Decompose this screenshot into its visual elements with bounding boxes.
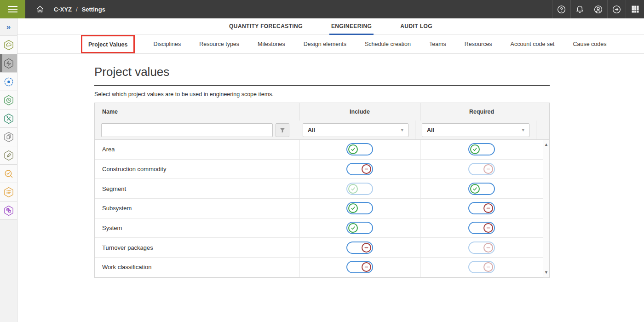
chevron-down-icon: ▾ (401, 127, 403, 133)
row-name: Segment (95, 179, 299, 198)
tab-quantity-forecasting[interactable]: QUANTITY FORECASTING (227, 18, 305, 35)
sidebar-item-schedule[interactable] (0, 91, 17, 109)
include-toggle[interactable] (346, 222, 373, 234)
help-icon (557, 5, 566, 14)
notifications-button[interactable] (570, 0, 589, 18)
left-sidebar: » (0, 18, 17, 322)
include-toggle[interactable] (346, 261, 373, 273)
sidebar-item-tools[interactable] (0, 109, 17, 128)
sidebar-expand-button[interactable]: » (0, 18, 17, 36)
home-button[interactable] (31, 0, 49, 18)
topbar-actions (552, 0, 644, 18)
required-filter-value: All (427, 127, 434, 133)
sidebar-item-design[interactable] (0, 146, 17, 165)
include-toggle[interactable] (346, 242, 373, 254)
sidebar-item-records[interactable] (0, 201, 17, 220)
breadcrumb-project[interactable]: C-XYZ (54, 6, 72, 13)
table-row: Construction commodity (95, 160, 549, 179)
sidebar-item-checklist[interactable] (0, 183, 17, 201)
copy-hex-icon (3, 131, 15, 143)
notifications-icon (575, 5, 585, 14)
help-button[interactable] (552, 0, 570, 18)
include-toggle[interactable] (346, 163, 373, 175)
breadcrumb-separator: / (76, 6, 78, 13)
subtab-disciplines[interactable]: Disciplines (153, 41, 181, 47)
subtab-milestones[interactable]: Milestones (258, 41, 285, 47)
home-icon (35, 5, 45, 14)
include-filter-dropdown[interactable]: All ▾ (303, 123, 408, 137)
subtab-account-code-set[interactable]: Account code set (511, 41, 555, 47)
required-toggle[interactable] (468, 242, 495, 254)
include-toggle[interactable] (346, 183, 373, 195)
cloud-hex-icon (3, 39, 15, 51)
double-chevron-right-icon: » (6, 23, 11, 32)
table-row: Work classification (95, 258, 549, 277)
list-hex-icon (3, 186, 15, 198)
required-filter-dropdown[interactable]: All ▾ (422, 123, 529, 137)
pen-hex-icon (3, 150, 15, 161)
sidebar-item-cloud[interactable] (0, 36, 17, 54)
table-header-row: Name Include Required (95, 103, 549, 121)
subtab-resources[interactable]: Resources (465, 41, 492, 47)
scroll-up-icon[interactable]: ▲ (543, 143, 549, 147)
required-toggle[interactable] (468, 163, 495, 175)
subtab-design-elements[interactable]: Design elements (304, 41, 346, 47)
row-name: Work classification (95, 258, 299, 277)
row-name: Area (95, 140, 299, 159)
chevron-down-icon: ▾ (522, 127, 524, 133)
name-filter-input[interactable] (101, 123, 273, 137)
tools-hex-icon (3, 113, 15, 125)
sidebar-item-target[interactable] (0, 73, 17, 91)
signout-button[interactable] (607, 0, 626, 18)
app-window: C-XYZ / Settings (0, 0, 644, 322)
include-toggle[interactable] (346, 202, 373, 214)
sidebar-item-review[interactable] (0, 165, 17, 183)
page-description: Select which project values are to be us… (94, 91, 550, 98)
doc-hex-icon (3, 205, 15, 217)
subtab-cause-codes[interactable]: Cause codes (573, 41, 607, 47)
required-toggle[interactable] (468, 183, 495, 195)
page-title: Project values (94, 65, 550, 86)
header-scroll-spacer (543, 103, 549, 121)
scroll-down-icon[interactable]: ▼ (543, 270, 549, 275)
apps-button[interactable] (626, 0, 644, 18)
include-filter-value: All (308, 127, 315, 133)
top-bar: C-XYZ / Settings (0, 0, 644, 18)
subtab-teams[interactable]: Teams (429, 41, 446, 47)
table-row: Subsystem (95, 199, 549, 218)
row-name: System (95, 218, 299, 238)
content-area: QUANTITY FORECASTING ENGINEERING AUDIT L… (17, 18, 644, 322)
spark-hex-icon (3, 58, 15, 69)
funnel-icon (279, 127, 286, 133)
table-row: Segment (95, 179, 549, 199)
row-name: Subsystem (95, 199, 299, 218)
column-header-required[interactable]: Required (420, 103, 543, 121)
sidebar-item-documents[interactable] (0, 128, 17, 146)
required-toggle[interactable] (468, 202, 495, 214)
include-toggle[interactable] (346, 143, 373, 155)
menu-button[interactable] (0, 0, 25, 18)
project-values-table: Name Include Required (94, 103, 550, 278)
table-filter-row: All ▾ All ▾ (95, 121, 549, 140)
column-header-include[interactable]: Include (299, 103, 420, 121)
subtab-resource-types[interactable]: Resource types (199, 41, 239, 47)
required-toggle[interactable] (468, 222, 495, 234)
tab-engineering[interactable]: ENGINEERING (329, 18, 374, 35)
table-scrollbar[interactable]: ▲ ▼ (543, 140, 549, 277)
subtab-project-values[interactable]: Project Values (88, 41, 127, 48)
filter-scroll-spacer (536, 121, 549, 139)
hamburger-icon (8, 6, 17, 12)
sidebar-item-engineering[interactable] (0, 54, 17, 73)
module-tab-bar: QUANTITY FORECASTING ENGINEERING AUDIT L… (17, 18, 644, 35)
required-toggle[interactable] (468, 261, 495, 273)
filter-button[interactable] (276, 123, 289, 137)
table-row: Turnover packages (95, 238, 549, 258)
account-button[interactable] (589, 0, 607, 18)
column-header-name[interactable]: Name (95, 103, 299, 121)
account-icon (593, 5, 603, 14)
required-toggle[interactable] (468, 143, 495, 155)
settings-tab-bar: Project Values Disciplines Resource type… (17, 35, 644, 54)
subtab-schedule-creation[interactable]: Schedule creation (365, 41, 411, 47)
row-name: Construction commodity (95, 160, 299, 179)
tab-audit-log[interactable]: AUDIT LOG (398, 18, 434, 35)
